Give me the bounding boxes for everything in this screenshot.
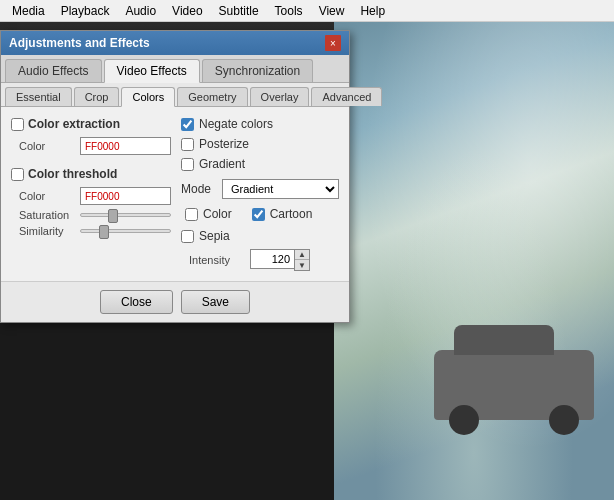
color-sub-label: Color xyxy=(203,207,232,221)
menu-help[interactable]: Help xyxy=(352,2,393,20)
menu-playback[interactable]: Playback xyxy=(53,2,118,20)
tab-crop[interactable]: Crop xyxy=(74,87,120,106)
color-threshold-checkbox[interactable] xyxy=(11,168,24,181)
dialog-overlay: Adjustments and Effects × Audio Effects … xyxy=(0,30,350,323)
mode-select[interactable]: Gradient Linear Radial xyxy=(222,179,339,199)
similarity-label: Similarity xyxy=(19,225,74,237)
cartoon-sub-checkbox[interactable] xyxy=(252,208,265,221)
tab-synchronization[interactable]: Synchronization xyxy=(202,59,313,82)
similarity-slider[interactable] xyxy=(80,229,171,233)
close-button[interactable]: Close xyxy=(100,290,173,314)
intensity-spinner-container: ▲ ▼ xyxy=(250,249,310,271)
intensity-input[interactable] xyxy=(250,249,295,269)
intensity-label: Intensity xyxy=(189,254,244,266)
menubar: Media Playback Audio Video Subtitle Tool… xyxy=(0,0,614,22)
gradient-row: Gradient xyxy=(181,157,339,171)
similarity-thumb xyxy=(99,225,109,239)
save-button[interactable]: Save xyxy=(181,290,250,314)
color-extraction-color-value: FF0000 xyxy=(85,141,119,152)
intensity-row: Intensity ▲ ▼ xyxy=(181,249,339,271)
color-threshold-label: Color threshold xyxy=(28,167,117,181)
negate-colors-label: Negate colors xyxy=(199,117,273,131)
tab-geometry[interactable]: Geometry xyxy=(177,87,247,106)
sepia-label: Sepia xyxy=(199,229,230,243)
dialog-footer: Close Save xyxy=(1,281,349,322)
saturation-row: Saturation xyxy=(11,209,171,221)
posterize-label: Posterize xyxy=(199,137,249,151)
saturation-slider[interactable] xyxy=(80,213,171,217)
sub-checkbox-row: Color Cartoon xyxy=(181,207,339,221)
color-extraction-checkbox[interactable] xyxy=(11,118,24,131)
dialog-content: Color extraction Color FF0000 Color thre… xyxy=(1,107,349,281)
secondary-tab-bar: Essential Crop Colors Geometry Overlay A… xyxy=(1,83,349,107)
right-panel: Negate colors Posterize Gradient Mode Gr… xyxy=(181,117,339,271)
menu-tools[interactable]: Tools xyxy=(267,2,311,20)
dialog-titlebar: Adjustments and Effects × xyxy=(1,31,349,55)
negate-colors-checkbox[interactable] xyxy=(181,118,194,131)
adjustments-dialog: Adjustments and Effects × Audio Effects … xyxy=(0,30,350,323)
gradient-checkbox[interactable] xyxy=(181,158,194,171)
color-extraction-header: Color extraction xyxy=(11,117,171,131)
gradient-label: Gradient xyxy=(199,157,245,171)
menu-media[interactable]: Media xyxy=(4,2,53,20)
saturation-thumb xyxy=(108,209,118,223)
dialog-title: Adjustments and Effects xyxy=(9,36,150,50)
menu-view[interactable]: View xyxy=(311,2,353,20)
color-extraction-section: Color extraction Color FF0000 xyxy=(11,117,171,155)
left-panel: Color extraction Color FF0000 Color thre… xyxy=(11,117,171,271)
main-tab-bar: Audio Effects Video Effects Synchronizat… xyxy=(1,55,349,83)
car-shape xyxy=(434,350,594,420)
tab-video-effects[interactable]: Video Effects xyxy=(104,59,200,83)
tab-audio-effects[interactable]: Audio Effects xyxy=(5,59,102,82)
posterize-checkbox[interactable] xyxy=(181,138,194,151)
color-extraction-color-row: Color FF0000 xyxy=(11,137,171,155)
dialog-close-button[interactable]: × xyxy=(325,35,341,51)
color-threshold-color-value: FF0000 xyxy=(85,191,119,202)
posterize-row: Posterize xyxy=(181,137,339,151)
color-extraction-color-input[interactable]: FF0000 xyxy=(80,137,171,155)
sepia-row: Sepia xyxy=(181,229,339,243)
menu-audio[interactable]: Audio xyxy=(117,2,164,20)
negate-colors-row: Negate colors xyxy=(181,117,339,131)
intensity-spinner: ▲ ▼ xyxy=(294,249,310,271)
sepia-section: Sepia Intensity ▲ ▼ xyxy=(181,229,339,271)
menu-video[interactable]: Video xyxy=(164,2,210,20)
mode-row: Mode Gradient Linear Radial xyxy=(181,179,339,199)
tab-essential[interactable]: Essential xyxy=(5,87,72,106)
color-label-1: Color xyxy=(19,140,74,152)
tab-advanced[interactable]: Advanced xyxy=(311,87,382,106)
sepia-checkbox[interactable] xyxy=(181,230,194,243)
color-threshold-color-row: Color FF0000 xyxy=(11,187,171,205)
intensity-decrement-button[interactable]: ▼ xyxy=(295,260,309,270)
mode-label: Mode xyxy=(181,182,216,196)
tab-overlay[interactable]: Overlay xyxy=(250,87,310,106)
cartoon-sub-label: Cartoon xyxy=(270,207,313,221)
color-sub-row: Color xyxy=(185,207,232,221)
intensity-increment-button[interactable]: ▲ xyxy=(295,250,309,260)
menu-subtitle[interactable]: Subtitle xyxy=(211,2,267,20)
tab-colors[interactable]: Colors xyxy=(121,87,175,107)
color-threshold-color-input[interactable]: FF0000 xyxy=(80,187,171,205)
color-sub-checkbox[interactable] xyxy=(185,208,198,221)
color-label-2: Color xyxy=(19,190,74,202)
similarity-row: Similarity xyxy=(11,225,171,237)
color-threshold-section: Color threshold Color FF0000 Saturation xyxy=(11,167,171,237)
saturation-label: Saturation xyxy=(19,209,74,221)
color-threshold-header: Color threshold xyxy=(11,167,171,181)
color-extraction-label: Color extraction xyxy=(28,117,120,131)
cartoon-sub-row: Cartoon xyxy=(252,207,313,221)
